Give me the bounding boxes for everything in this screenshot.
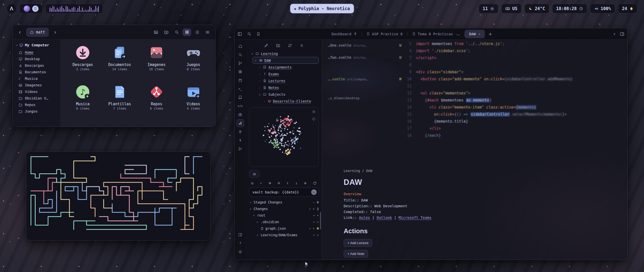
sidebar-item-imagenes[interactable]: Imagenes <box>15 82 59 88</box>
tab-asp-practice[interactable]: ASP Practice 6 <box>362 30 407 38</box>
sidebar-item-descargas[interactable]: Descargas <box>15 62 59 69</box>
notifications-module[interactable]: 24 <box>618 4 637 13</box>
app-icon-notes[interactable] <box>32 6 38 12</box>
tree-item-exams[interactable]: › ! Exams <box>257 71 319 77</box>
folder-documentos[interactable]: Documentos 14 items <box>102 44 137 83</box>
list-view-icon[interactable] <box>193 28 202 36</box>
sidebar-item-videos[interactable]: Videos <box>15 88 59 95</box>
sidebar-right-toggle-icon[interactable] <box>620 32 624 36</box>
tab-daw[interactable]: DAW ✕ <box>465 30 485 38</box>
git-branch-icon[interactable] <box>236 59 244 67</box>
folder-imagenes[interactable]: Imagenes 10 items <box>139 44 174 83</box>
sidebar-left-toggle-icon[interactable] <box>237 32 242 36</box>
chevron-down-icon[interactable]: ∨ <box>614 32 615 36</box>
bookmark-icon[interactable] <box>256 32 260 36</box>
workspace-switcher-chip[interactable] <box>249 170 260 178</box>
layout-icon[interactable] <box>236 231 244 239</box>
menu-icon[interactable] <box>203 28 212 36</box>
folder-videos[interactable]: Videos 4 items <box>176 83 211 122</box>
sidebar-item-home[interactable]: Home <box>15 49 59 56</box>
sidebar-item-documentos[interactable]: Documentos <box>15 69 59 75</box>
folder-musica[interactable]: ♪ Musica 6 items <box>65 83 100 122</box>
app-icon-browser[interactable] <box>24 6 30 12</box>
tree-item-subjects[interactable]: ∨ Subjects <box>257 91 319 98</box>
launcher-button[interactable]: Λ <box>7 4 17 14</box>
git-row-graph-json[interactable]: graph.json ↶ +M <box>249 225 319 232</box>
volume-module[interactable]: 100% <box>590 4 615 13</box>
search-icon[interactable] <box>172 28 181 36</box>
search-icon[interactable] <box>247 32 251 36</box>
code-icon[interactable]: </> <box>236 102 244 110</box>
forward-button[interactable]: › <box>51 28 59 36</box>
clock-module[interactable]: 18:08:28 <box>552 4 587 13</box>
folder-plantillas[interactable]: Plantillas 7 items <box>102 83 137 122</box>
unstage-all-icon[interactable]: ⊖ <box>277 181 280 185</box>
commit-icon[interactable]: ◎ <box>251 181 253 185</box>
add-lecture-button[interactable]: + Add Lecture <box>344 239 372 247</box>
scissors-icon[interactable] <box>236 145 244 153</box>
link-microsoft-teams[interactable]: Microsoft Teams <box>398 216 431 220</box>
tree-item-assignments[interactable]: › Assignments <box>257 64 319 71</box>
home-icon[interactable] <box>236 42 244 50</box>
folder-juegos[interactable]: Juegos 8 items <box>176 44 211 83</box>
tree-item-notes[interactable]: › Notes <box>257 84 319 91</box>
scrollbar[interactable] <box>320 212 321 229</box>
updates-module[interactable]: 11 <box>479 4 498 13</box>
link-outlook[interactable]: Outlook <box>377 216 392 220</box>
link-aules[interactable]: Aules <box>359 216 370 220</box>
sidebar-header[interactable]: ▾ My Computer <box>15 42 59 49</box>
settings-gear-icon[interactable] <box>236 248 244 256</box>
git-row-changes[interactable]: ∨ Changes ↶ +2 <box>249 206 319 212</box>
new-note-icon[interactable] <box>264 43 268 48</box>
camera-icon[interactable] <box>236 111 244 118</box>
terminal-art-window[interactable] <box>26 151 211 241</box>
sidebar-item-juegos[interactable]: Juegos <box>15 108 59 115</box>
graph-view-icon[interactable] <box>236 119 244 127</box>
git-row-obsidian-dir[interactable]: ∨ .obsidian ↶ + <box>249 219 319 225</box>
collapse-all-icon[interactable] <box>300 43 304 48</box>
gear-icon[interactable] <box>312 110 316 114</box>
tab-dashboard[interactable]: Dashboard <box>327 30 361 38</box>
calendar-icon[interactable] <box>236 77 244 84</box>
note-breadcrumb[interactable]: Learning / DAW <box>344 169 610 173</box>
tree-item-desarrollo-cliente[interactable]: › Desarrollo-Cliente <box>261 98 319 105</box>
now-playing[interactable]: ● Polyphia - Neurotica <box>290 4 354 13</box>
book-icon[interactable] <box>236 94 244 101</box>
stage-all-icon[interactable]: ⊕ <box>269 181 271 185</box>
help-icon[interactable]: ? <box>236 240 244 247</box>
clear-message-icon[interactable]: ✕ <box>311 189 317 195</box>
check-icon[interactable]: ✓ <box>260 181 262 185</box>
git-row-learning-daw-exams[interactable]: ∨ Learning/DAW/Exams ↶ + <box>249 232 319 238</box>
sidebar-item-repos[interactable]: Repos <box>15 101 59 108</box>
preview-icon[interactable] <box>152 28 160 36</box>
sort-icon[interactable] <box>288 43 292 48</box>
map-pin-icon[interactable] <box>236 128 244 135</box>
tree-item-learning[interactable]: ∨ Learning <box>249 50 319 57</box>
commit-message-input[interactable] <box>252 190 311 194</box>
terminal-icon[interactable]: >_ <box>236 85 244 93</box>
folder-repos[interactable]: Repos 6 items <box>139 83 174 122</box>
canvas-grid-icon[interactable] <box>236 68 244 76</box>
tree-item-daw[interactable]: ∨ DAW <box>253 57 319 64</box>
dollar-icon[interactable]: $ <box>236 137 244 144</box>
git-row-root[interactable]: ∨ root ↶ + <box>249 212 319 219</box>
sidebar-item-obsidian-vault[interactable]: Obsidian V… <box>15 95 59 101</box>
git-row-staged-changes[interactable]: ∨ Staged Changes —0 <box>249 199 319 206</box>
filter-icon[interactable] <box>312 117 316 121</box>
pull-icon[interactable]: ↓ <box>295 181 298 185</box>
new-tab-button[interactable]: + <box>485 31 495 37</box>
sidebar-item-desktop[interactable]: Desktop <box>15 56 59 62</box>
push-icon[interactable]: ↑ <box>287 181 289 185</box>
refresh-icon[interactable] <box>313 181 317 185</box>
add-note-button[interactable]: + Add Note <box>344 250 368 258</box>
keyboard-layout-module[interactable]: US <box>501 4 521 13</box>
search-icon[interactable] <box>236 51 244 58</box>
back-button[interactable]: ‹ <box>16 28 24 36</box>
weather-module[interactable]: 24°C <box>525 4 549 13</box>
breadcrumb[interactable]: matt <box>26 28 49 37</box>
folder-descargas[interactable]: Descargas 2 items <box>65 44 100 83</box>
sidebar-item-musica[interactable]: ♪Musica <box>15 75 59 82</box>
new-folder-icon[interactable] <box>162 28 171 36</box>
grid-view-icon[interactable] <box>183 28 191 36</box>
close-icon[interactable]: ✕ <box>478 32 480 36</box>
